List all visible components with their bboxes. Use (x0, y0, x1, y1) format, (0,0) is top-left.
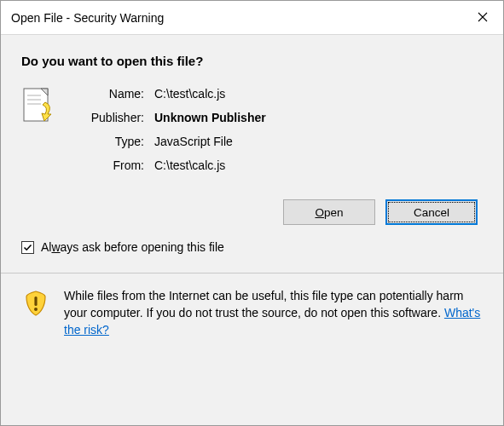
shield-warning-icon (21, 287, 52, 338)
detail-from: From: C:\test\calc.js (69, 157, 483, 174)
footer-warning: While files from the Internet can be use… (1, 273, 503, 355)
close-icon (478, 11, 488, 25)
footer-text: While files from the Internet can be use… (64, 287, 483, 338)
titlebar: Open File - Security Warning (1, 1, 503, 35)
file-details-section: Name: C:\test\calc.js Publisher: Unknown… (1, 80, 503, 181)
dialog-body: Do you want to open this file? Name: C:\… (1, 35, 503, 425)
close-button[interactable] (462, 1, 503, 34)
cancel-button-label: Cancel (414, 206, 449, 219)
open-button[interactable]: Open (283, 199, 375, 225)
from-value: C:\test\calc.js (154, 157, 483, 174)
name-label: Name: (69, 85, 154, 102)
window-title: Open File - Security Warning (11, 11, 164, 25)
always-ask-label[interactable]: Always ask before opening this file (41, 240, 224, 254)
publisher-label: Publisher: (69, 109, 154, 126)
detail-name: Name: C:\test\calc.js (69, 85, 483, 102)
type-value: JavaScript File (154, 133, 483, 150)
svg-point-3 (34, 308, 38, 311)
question-heading: Do you want to open this file? (1, 35, 503, 80)
file-details: Name: C:\test\calc.js Publisher: Unknown… (69, 85, 483, 181)
publisher-value: Unknown Publisher (154, 109, 483, 126)
from-label: From: (69, 157, 154, 174)
footer-message: While files from the Internet can be use… (64, 289, 463, 320)
cancel-button[interactable]: Cancel (385, 199, 478, 225)
detail-publisher: Publisher: Unknown Publisher (69, 109, 483, 126)
file-icon (21, 85, 54, 181)
always-ask-row: Always ask before opening this file (1, 237, 503, 273)
open-button-label: Open (315, 206, 343, 219)
detail-type: Type: JavaScript File (69, 133, 483, 150)
always-ask-checkbox[interactable] (21, 241, 34, 254)
button-row: Open Cancel (1, 181, 503, 237)
svg-rect-2 (34, 296, 37, 306)
checkmark-icon (23, 243, 32, 252)
type-label: Type: (69, 133, 154, 150)
name-value: C:\test\calc.js (154, 85, 483, 102)
